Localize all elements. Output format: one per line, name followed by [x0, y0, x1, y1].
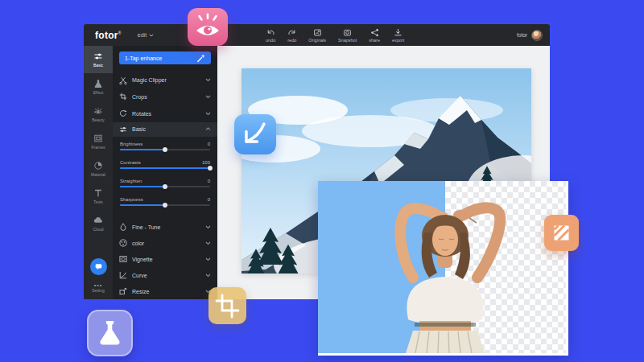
section-label: Resize — [132, 289, 149, 294]
slider-straighten: Straighten0 — [119, 177, 211, 195]
section-label: Curve — [132, 273, 147, 278]
snapshot-icon — [343, 28, 352, 37]
section-label: Crops — [132, 94, 147, 100]
slider-track[interactable] — [120, 167, 210, 169]
slider-label: Sharpness — [120, 197, 143, 202]
originals-button[interactable]: Originals — [308, 26, 326, 45]
section-fine-tune[interactable]: Fine - Tune — [119, 219, 211, 235]
topbar-tools: undo redo Originals Snapshot share expor… — [266, 26, 404, 45]
setting-label: Setting — [92, 288, 105, 293]
dots-icon: ••• — [94, 283, 102, 287]
slider-value: 0 — [208, 197, 210, 202]
slider-value: 100 — [202, 160, 210, 165]
effect-app-tile[interactable] — [87, 310, 133, 356]
share-button[interactable]: share — [369, 26, 380, 45]
support-chat-button[interactable] — [90, 258, 107, 275]
export-button[interactable]: export — [392, 26, 404, 45]
slider-track[interactable] — [120, 149, 210, 150]
snapshot-button[interactable]: Snapshot — [338, 26, 357, 45]
sidebar-item-basic[interactable]: Basic — [84, 46, 113, 73]
chevron-down-icon — [205, 274, 211, 278]
section-label: Fine - Tune — [132, 224, 160, 230]
slider-brightness: Brightness0 — [119, 140, 211, 158]
slider-track[interactable] — [120, 186, 210, 187]
share-label: share — [369, 38, 380, 43]
sidebar-item-material[interactable]: Material — [84, 155, 113, 183]
section-resize[interactable]: Resize — [119, 283, 211, 299]
share-icon — [370, 28, 379, 37]
section-basic[interactable]: Basic — [113, 122, 217, 137]
section-label: color — [132, 241, 144, 246]
snapshot-label: Snapshot — [338, 38, 357, 43]
sidebar-item-frames[interactable]: Frames — [84, 128, 113, 155]
redo-button[interactable]: redo — [287, 26, 296, 45]
slider-knob[interactable] — [163, 203, 167, 208]
scissors-icon — [119, 76, 127, 84]
chevron-down-icon — [205, 78, 211, 82]
magic-wand-icon — [196, 54, 205, 63]
sidebar-item-beauty[interactable]: Beauty — [84, 101, 113, 128]
section-curve[interactable]: Curve — [119, 267, 211, 283]
originals-icon — [313, 28, 322, 37]
chevron-down-icon — [205, 112, 211, 116]
sliders-icon — [119, 125, 127, 134]
account-label: fotor — [517, 32, 527, 38]
avatar[interactable] — [531, 30, 543, 41]
chevron-down-icon — [205, 225, 211, 229]
curve-arrow-tile[interactable] — [234, 114, 276, 154]
sidebar-item-label: Basic — [93, 63, 103, 68]
slider-label: Straighten — [120, 179, 142, 183]
slider-track[interactable] — [120, 204, 210, 206]
crop-app-tile[interactable] — [208, 287, 246, 324]
section-crops[interactable]: Crops — [119, 88, 211, 105]
crop-icon — [119, 93, 127, 101]
flask-tile-icon — [89, 310, 131, 356]
section-vignette[interactable]: Vignette — [119, 251, 211, 267]
rotate-icon — [119, 109, 127, 117]
sidebar-item-label: Cloud — [93, 227, 103, 232]
eye-tile-icon — [188, 8, 228, 46]
export-icon — [394, 28, 402, 37]
section-label: Magic Clipper — [132, 77, 167, 83]
arrow-tile-icon — [234, 114, 276, 154]
sidebar-item-effect[interactable]: Effect — [84, 73, 113, 101]
slider-label: Contrasts — [120, 160, 141, 165]
one-tap-enhance-button[interactable]: 1-Tap enhance — [119, 51, 211, 64]
sidebar-item-cloud[interactable]: Cloud — [84, 210, 113, 237]
tool-panel: 1-Tap enhance Magic Clipper Crops Rotate… — [113, 46, 217, 299]
slider-contrasts: Contrasts100 — [119, 158, 211, 177]
chevron-down-icon — [205, 95, 211, 99]
undo-button[interactable]: undo — [266, 26, 275, 45]
account-menu[interactable]: fotor — [517, 24, 543, 46]
vignette-icon — [119, 255, 127, 263]
chevron-down-icon — [149, 34, 154, 37]
curve-icon — [119, 271, 127, 279]
beauty-app-tile[interactable] — [188, 8, 228, 46]
palette-icon — [119, 239, 127, 247]
sidebar-item-label: Frames — [92, 145, 105, 150]
slider-knob[interactable] — [208, 166, 213, 171]
stripes-tile-icon — [544, 215, 579, 251]
section-color[interactable]: color — [119, 235, 211, 251]
section-rotates[interactable]: Rotates — [119, 105, 211, 122]
cutout-photo-card[interactable] — [318, 181, 568, 356]
frame-icon — [93, 134, 103, 143]
originals-label: Originals — [308, 38, 326, 43]
app-logo[interactable]: fotor® — [95, 30, 122, 41]
sidebar-item-texts[interactable]: Texts — [84, 183, 113, 210]
topbar: fotor® edit undo redo Originals Snapshot — [84, 24, 550, 46]
slider-knob[interactable] — [163, 147, 167, 152]
slider-sharpness: Sharpness0 — [119, 195, 211, 214]
export-label: export — [392, 38, 404, 43]
chevron-up-icon — [205, 127, 211, 131]
redo-label: redo — [287, 38, 296, 43]
resize-icon — [119, 287, 127, 295]
slider-knob[interactable] — [163, 184, 167, 189]
enhance-label: 1-Tap enhance — [125, 56, 162, 61]
sidebar: Basic Effect Beauty Frames Material Text… — [84, 46, 113, 299]
edit-menu[interactable]: edit — [138, 32, 154, 38]
section-label: Vignette — [132, 257, 153, 262]
sidebar-item-setting[interactable]: ••• Setting — [84, 283, 113, 293]
section-magic-clipper[interactable]: Magic Clipper — [119, 72, 211, 88]
pattern-app-tile[interactable] — [544, 215, 579, 251]
